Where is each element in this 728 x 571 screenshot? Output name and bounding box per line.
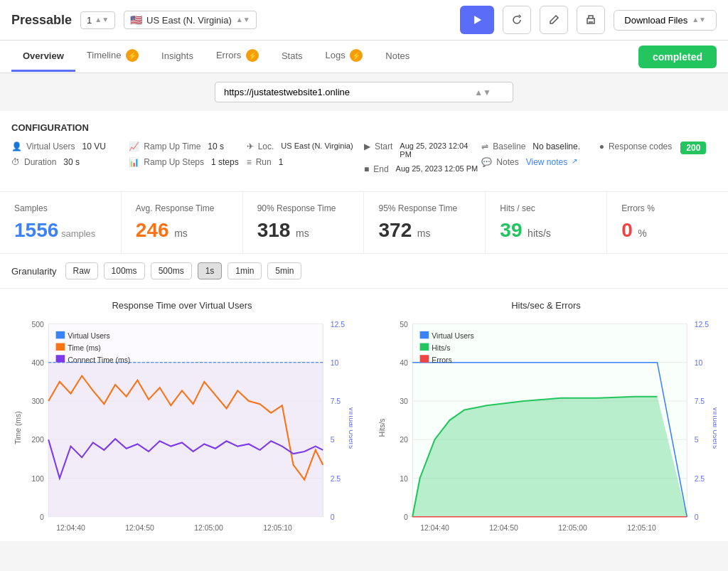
config-col-6: ● Response codes 200 (599, 142, 717, 180)
svg-text:12:04:40: 12:04:40 (420, 524, 449, 532)
svg-text:Errors: Errors (432, 356, 451, 364)
num-selector[interactable]: 1 ▲▼ (80, 11, 115, 29)
svg-text:400: 400 (32, 359, 45, 367)
svg-text:12:04:50: 12:04:50 (125, 524, 154, 532)
tab-notes[interactable]: Notes (374, 42, 421, 72)
num-arrows[interactable]: ▲▼ (95, 16, 109, 23)
svg-text:40: 40 (400, 359, 408, 367)
chart2-title: Hits/sec & Errors (375, 300, 717, 311)
metric-errors-value: 0 % (621, 219, 714, 242)
tab-logs[interactable]: Logs ⚡ (314, 41, 375, 73)
tabs-bar: Overview Timeline ⚡ Insights Errors ⚡ St… (0, 41, 728, 73)
svg-text:12.5: 12.5 (331, 321, 345, 329)
config-col-3: ✈ Loc. US East (N. Virginia) ≡ Run 1 (247, 142, 364, 180)
tab-stats[interactable]: Stats (270, 42, 314, 72)
tab-timeline[interactable]: Timeline ⚡ (75, 41, 150, 73)
logs-badge: ⚡ (350, 49, 363, 62)
gran-5min[interactable]: 5min (267, 262, 301, 279)
config-response-codes: ● Response codes 200 (599, 142, 717, 154)
chart1-title: Response Time over Virtual Users (11, 300, 353, 311)
metric-hits-value: 39 hits/s (500, 219, 592, 242)
config-end: ■ End Aug 25, 2023 12:05 PM (364, 164, 481, 174)
svg-text:Virtual Users: Virtual Users (712, 407, 717, 449)
metric-samples-value: 1556 samples (14, 219, 107, 242)
flag-icon: 🇺🇸 (130, 14, 142, 26)
gran-500ms[interactable]: 500ms (151, 262, 192, 279)
region-arrows[interactable]: ▲▼ (236, 16, 250, 23)
external-link-icon: ↗ (572, 157, 577, 165)
config-start: ▶ Start Aug 25, 2023 12:04 PM (364, 142, 481, 159)
svg-text:Virtual Users: Virtual Users (68, 332, 109, 340)
tab-errors[interactable]: Errors ⚡ (205, 41, 270, 73)
print-button[interactable] (577, 6, 605, 34)
svg-rect-31 (56, 343, 65, 351)
svg-text:300: 300 (32, 397, 45, 405)
url-arrows[interactable]: ▲▼ (474, 87, 491, 97)
logo: Pressable (11, 13, 72, 28)
config-run: ≡ Run 1 (247, 157, 364, 167)
svg-text:5: 5 (331, 436, 335, 444)
config-col-2: 📈 Ramp Up Time 10 s 📊 Ramp Up Steps 1 st… (129, 142, 246, 180)
region-label: US East (N. Virginia) (146, 15, 232, 26)
chart1-svg: 500 400 300 200 100 0 Time (ms) 12.5 10 … (11, 316, 353, 539)
baseline-icon: ⇌ (481, 142, 488, 151)
chart1-container: Response Time over Virtual Users 500 400… (0, 289, 364, 541)
svg-text:12:05:00: 12:05:00 (194, 524, 223, 532)
download-arrows[interactable]: ▲▼ (692, 16, 706, 23)
config-duration: ⏱ Duration 30 s (11, 157, 129, 167)
svg-text:Hits/s: Hits/s (378, 418, 386, 437)
gran-1min[interactable]: 1min (228, 262, 262, 279)
config-ramp-up-steps: 📊 Ramp Up Steps 1 steps (129, 157, 246, 167)
gran-100ms[interactable]: 100ms (104, 262, 145, 279)
completed-button[interactable]: completed (638, 46, 717, 68)
metrics-row: Samples 1556 samples Avg. Response Time … (0, 192, 728, 254)
svg-text:Virtual Users: Virtual Users (348, 407, 353, 449)
svg-text:0: 0 (331, 513, 335, 521)
edit-button[interactable] (540, 6, 568, 34)
run-icon: ≡ (247, 157, 252, 167)
steps-icon: 📊 (129, 157, 139, 167)
ramp-icon: 📈 (129, 142, 139, 151)
gran-1s[interactable]: 1s (198, 262, 223, 279)
config-col-1: 👤 Virtual Users 10 VU ⏱ Duration 30 s (11, 142, 129, 180)
svg-text:500: 500 (32, 321, 45, 329)
svg-marker-0 (474, 16, 481, 24)
svg-text:5: 5 (695, 436, 699, 444)
metric-errors-title: Errors % (621, 203, 714, 213)
timeline-badge: ⚡ (126, 49, 139, 62)
svg-text:200: 200 (32, 436, 45, 444)
download-files-button[interactable]: Download Files ▲▼ (614, 10, 717, 31)
notes-icon: 💬 (481, 157, 492, 167)
url-input[interactable] (224, 87, 471, 97)
end-icon: ■ (364, 164, 369, 174)
metric-errors: Errors % 0 % (607, 192, 728, 253)
refresh-button[interactable] (503, 6, 531, 34)
svg-text:0: 0 (404, 513, 408, 521)
users-icon: 👤 (11, 142, 22, 151)
charts-row: Response Time over Virtual Users 500 400… (0, 289, 728, 541)
svg-text:Hits/s: Hits/s (432, 344, 450, 352)
url-input-wrap[interactable]: ▲▼ (215, 82, 513, 102)
metric-avg-value: 246 ms (136, 219, 228, 242)
config-notes: 💬 Notes View notes ↗ (481, 157, 599, 167)
metric-samples: Samples 1556 samples (0, 192, 122, 253)
response-code-badge: 200 (680, 142, 706, 154)
svg-text:Connect Time (ms): Connect Time (ms) (68, 356, 130, 364)
header: Pressable 1 ▲▼ 🇺🇸 US East (N. Virginia) … (0, 0, 728, 41)
config-virtual-users: 👤 Virtual Users 10 VU (11, 142, 129, 151)
svg-text:10: 10 (400, 475, 408, 483)
metric-p95-value: 372 ms (378, 219, 471, 242)
gran-raw[interactable]: Raw (65, 262, 98, 279)
chart2-container: Hits/sec & Errors 50 40 30 20 10 (364, 289, 728, 541)
tab-insights[interactable]: Insights (150, 42, 205, 72)
svg-text:10: 10 (695, 359, 703, 367)
play-button[interactable] (460, 6, 494, 34)
region-selector[interactable]: 🇺🇸 US East (N. Virginia) ▲▼ (124, 11, 256, 29)
svg-text:100: 100 (32, 475, 45, 483)
tab-overview[interactable]: Overview (11, 42, 75, 72)
view-notes-link[interactable]: View notes (526, 157, 567, 167)
svg-text:50: 50 (400, 321, 408, 329)
svg-text:12:05:00: 12:05:00 (558, 524, 587, 532)
svg-text:7.5: 7.5 (695, 397, 705, 405)
metric-samples-title: Samples (14, 203, 107, 213)
